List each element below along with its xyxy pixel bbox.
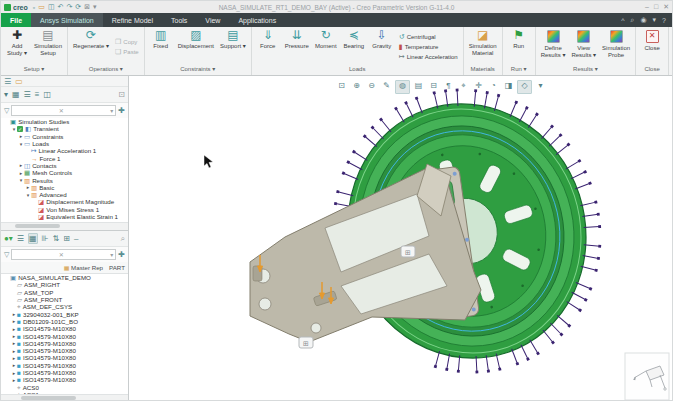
clear-filter-icon[interactable]: ✕	[59, 107, 64, 114]
funnel-icon[interactable]: ▽	[4, 251, 9, 259]
close-button[interactable]: ✕Close	[638, 28, 666, 65]
tree-item-iso14579-m10x80[interactable]: ▸■ISO14579-M10X80	[1, 354, 128, 361]
tree-item-contacts[interactable]: ▸◫Contacts	[1, 162, 128, 169]
clear-filter-icon[interactable]: ✕	[59, 251, 64, 258]
sort-tree-icon[interactable]: ⇅	[53, 234, 60, 243]
tree-item-results[interactable]: ▾▥Results	[1, 176, 128, 183]
tree-item-asm-front[interactable]: ▱ASM_FRONT	[1, 296, 128, 303]
paste-button[interactable]: ❏Paste	[115, 48, 139, 56]
group-label-results[interactable]: Results ▾	[536, 65, 635, 75]
filter-dropdown-icon[interactable]: ▾	[110, 251, 113, 258]
displacement-button[interactable]: ▨Displacement	[175, 28, 217, 65]
spin-center-icon[interactable]: ✛	[472, 80, 485, 92]
force-button[interactable]: ⇓Force	[254, 28, 282, 65]
graphics-options-icon[interactable]: ▾	[534, 80, 547, 92]
save-icon[interactable]: ◫	[48, 3, 55, 11]
annotation-display-icon[interactable]: ¶	[442, 80, 455, 92]
new-file-icon[interactable]: ▫	[33, 4, 35, 11]
tree-item-iso14579-m10x80[interactable]: ▸■ISO14579-M10X80	[1, 347, 128, 354]
pressure-button[interactable]: ⇊Pressure	[282, 28, 312, 65]
drag-handle[interactable]: ⊞	[299, 337, 313, 348]
layer-tree-icon[interactable]: ⊪	[42, 234, 49, 243]
simulation-tree-hscrollbar[interactable]	[1, 222, 128, 230]
define-results-button[interactable]: DefineResults ▾	[538, 28, 569, 65]
tree-item-linear-acceleration-1[interactable]: ↦Linear Acceleration 1	[1, 147, 128, 154]
windows-icon[interactable]: ⊞	[63, 234, 70, 243]
tree-item-iso14579-m10x80[interactable]: ▸■ISO14579-M10X80	[1, 369, 128, 376]
copy-button[interactable]: ❐Copy	[115, 38, 139, 46]
open-file-icon[interactable]: ▭	[38, 3, 45, 11]
collapse-ribbon-icon[interactable]: ^	[621, 17, 624, 24]
tree-item-mesh-controls[interactable]: ▸▦Mesh Controls	[1, 169, 128, 176]
simulation-filter-input[interactable]: ✕ ▾	[11, 105, 116, 116]
group-label-setup[interactable]: Setup ▾	[1, 65, 67, 75]
centrifugal-button[interactable]: ↺Centrifugal	[399, 33, 458, 41]
linear-acceleration-button[interactable]: ↦Linear Acceleration	[399, 53, 458, 61]
perspective-icon[interactable]: ◇	[517, 80, 532, 94]
moment-button[interactable]: ↻Moment	[312, 28, 340, 65]
tree-item-db01209-101c-bo[interactable]: ▸■DB01209-101C_BO	[1, 318, 128, 325]
tree-item-asm-top[interactable]: ▱ASM_TOP	[1, 289, 128, 296]
tree-settings-icon[interactable]: ◫	[43, 90, 51, 99]
collapse-panel-icon[interactable]: –	[74, 234, 78, 243]
tree-item-acs0[interactable]: ⌖ACS0	[1, 383, 128, 390]
tree-item-iso14579-m10x80[interactable]: ▸■ISO14579-M10X80	[1, 362, 128, 369]
tree-item-advanced[interactable]: ▾▥Advanced	[1, 191, 128, 198]
tree-item-displacement-magnitude[interactable]: ◪Displacement Magnitude	[1, 198, 128, 205]
model-filter-input[interactable]: ✕ ▾	[11, 249, 116, 260]
part-column-header[interactable]: PART	[109, 264, 125, 271]
show-filter-icon[interactable]: ●▾	[4, 234, 13, 243]
collapse-all-icon[interactable]: ≡	[35, 90, 40, 99]
customize-qat-icon[interactable]: ▾	[93, 3, 97, 11]
show-dropdown-icon[interactable]: ▾	[4, 90, 8, 99]
repaint-icon[interactable]: ✎	[380, 80, 393, 92]
bearing-button[interactable]: ≼Bearing	[340, 28, 368, 65]
tree-item-equivalent-elastic-strain-1[interactable]: ◪Equivalent Elastic Strain 1	[1, 213, 128, 220]
group-label-constraints[interactable]: Constraints ▾	[145, 65, 251, 75]
tab-ansys-simulation[interactable]: Ansys Simulation	[31, 13, 103, 27]
datum-display-icon[interactable]: ⌖	[457, 80, 470, 92]
zoom-out-icon[interactable]: ⊖	[365, 80, 378, 92]
zoom-in-icon[interactable]: ⊕	[350, 80, 363, 92]
master-rep-header[interactable]: ▦ Master Rep	[64, 264, 103, 271]
group-label-operations[interactable]: Operations ▾	[68, 65, 144, 75]
support-button[interactable]: ▤Support ▾	[217, 28, 249, 65]
simulation-display-icon[interactable]: ◨	[502, 80, 515, 92]
tree-item-simulation-studies[interactable]: ▣Simulation Studies	[1, 118, 128, 125]
tab-applications[interactable]: Applications	[229, 13, 285, 27]
tree-item-iso14579-m10x80[interactable]: ▸■ISO14579-M10X80	[1, 332, 128, 339]
display-style-icon[interactable]: ◍	[395, 80, 410, 94]
orientation-indicator[interactable]	[625, 353, 669, 400]
dropdown-icon[interactable]: ▾	[653, 16, 657, 24]
search-icon[interactable]: ⌕	[631, 16, 635, 24]
add-study-button[interactable]: ✚AddStudy ▾	[3, 28, 31, 65]
tree-item-basic[interactable]: ▸▥Basic	[1, 184, 128, 191]
close-window-icon[interactable]: ✕	[663, 2, 669, 12]
help-icon[interactable]: ?	[662, 17, 666, 24]
model-tree-hscrollbar[interactable]	[1, 394, 128, 401]
tree-item-asm-right[interactable]: ▱ASM_RIGHT	[1, 281, 128, 288]
tree-item-iso14579-m10x80[interactable]: ▸■ISO14579-M10X80	[1, 340, 128, 347]
simulation-probe-button[interactable]: SimulationProbe	[599, 28, 633, 65]
tree-item-iso14579-m10x80[interactable]: ▸■ISO14579-M10X80	[1, 325, 128, 332]
tab-view[interactable]: View	[196, 13, 229, 27]
view-results-button[interactable]: ViewResults ▾	[568, 28, 599, 65]
tree-item-transient[interactable]: ▾✓◧Transient	[1, 125, 128, 132]
simulation-setup-button[interactable]: ▤SimulationSetup	[31, 28, 65, 65]
tree-item-von-mises-stress-1[interactable]: ◪Von Mises Stress 1	[1, 206, 128, 213]
expand-all-icon[interactable]: ☰	[24, 90, 31, 99]
column-view-icon[interactable]: ▦	[28, 233, 38, 244]
undo-icon[interactable]: ↶	[58, 3, 64, 11]
search-tree-icon[interactable]: ⌕	[121, 234, 125, 244]
folder-browser-tab-icon[interactable]: ▭	[15, 77, 23, 86]
tree-item-constraints[interactable]: ▸▭Constraints	[1, 133, 128, 140]
fixed-button[interactable]: ▥Fixed	[147, 28, 175, 65]
tree-item-asm-def-csys[interactable]: ⌖ASM_DEF_CSYS	[1, 303, 128, 310]
tree-item-loads[interactable]: ▾▭Loads	[1, 140, 128, 147]
saved-orientations-icon[interactable]: ▤	[412, 80, 425, 92]
regenerate-button[interactable]: ⟳Regenerate ▾	[70, 28, 112, 65]
temperature-button[interactable]: ▮Temperature	[399, 43, 458, 51]
tab-tools[interactable]: Tools	[162, 13, 196, 27]
filter-dropdown-icon[interactable]: ▾	[110, 107, 113, 114]
add-filter-icon[interactable]: ✚	[118, 250, 125, 259]
